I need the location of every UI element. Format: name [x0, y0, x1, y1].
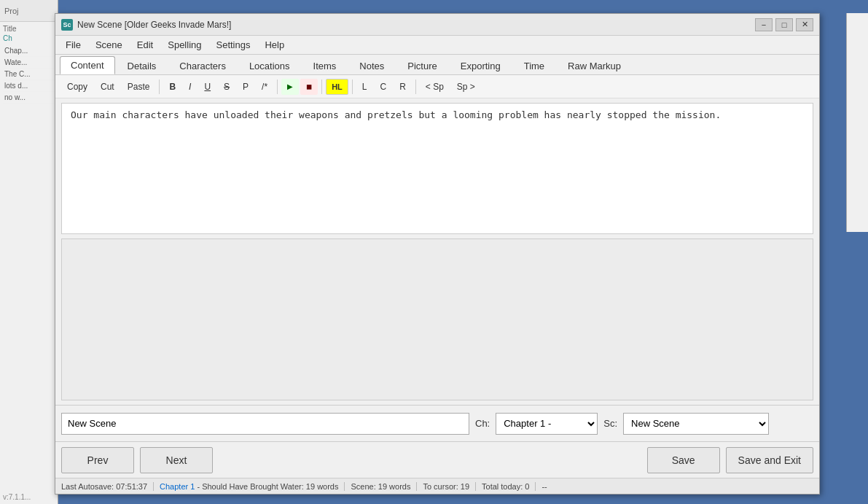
italic-button[interactable]: I: [183, 79, 197, 95]
menu-scene[interactable]: Scene: [88, 37, 130, 53]
right-partial-window: [846, 13, 868, 232]
minimize-button[interactable]: −: [755, 18, 773, 31]
toolbar-sep-3: [321, 80, 322, 94]
window-title: New Scene [Older Geeks Invade Mars!]: [77, 20, 755, 30]
preformat-button[interactable]: P: [237, 79, 254, 95]
tab-locations[interactable]: Locations: [238, 57, 301, 74]
left-nav-buttons: Prev Next: [61, 447, 213, 473]
scene-words-status: Scene: 19 words: [345, 482, 417, 491]
toolbar-sep-1: [159, 80, 160, 94]
app-icon: Sc: [61, 19, 73, 31]
bg-window-content: Title Ch Chap... Wate... The C... lots d…: [0, 22, 58, 106]
save-button[interactable]: Save: [647, 447, 720, 473]
underline-button[interactable]: U: [198, 79, 216, 95]
bg-item-2: Wate...: [3, 57, 55, 69]
prev-button[interactable]: Prev: [61, 447, 134, 473]
restore-button[interactable]: □: [775, 18, 793, 31]
status-bar: Last Autosave: 07:51:37 Chapter 1 - Shou…: [55, 478, 819, 494]
today-status: Total today: 0: [476, 482, 536, 491]
toolbar-sep-2: [277, 80, 278, 94]
tab-notes[interactable]: Notes: [348, 57, 395, 74]
bg-item-4: lots d...: [3, 80, 55, 92]
toolbar-sep-5: [415, 80, 416, 94]
ch-label: Ch:: [475, 418, 490, 429]
save-exit-button[interactable]: Save and Exit: [726, 447, 813, 473]
text-editor[interactable]: [61, 103, 813, 234]
version-label: v:7.1.1...: [3, 493, 31, 501]
close-button[interactable]: ✕: [796, 18, 813, 31]
tab-items[interactable]: Items: [302, 57, 348, 74]
bg-title-label: Title: [3, 25, 55, 33]
title-bar: Sc New Scene [Older Geeks Invade Mars!] …: [55, 14, 819, 36]
tab-exporting[interactable]: Exporting: [450, 57, 512, 74]
strikethrough-button[interactable]: S: [218, 79, 235, 95]
tab-content[interactable]: Content: [60, 56, 115, 74]
comment-button[interactable]: /*: [256, 79, 273, 95]
menu-edit[interactable]: Edit: [130, 37, 160, 53]
tab-time[interactable]: Time: [513, 57, 555, 74]
scene-name-input[interactable]: [61, 413, 469, 435]
menu-settings[interactable]: Settings: [209, 37, 258, 53]
toolbar: Copy Cut Paste B I U S P /* ▶ ◼ HL L C R…: [55, 75, 819, 98]
scene-select[interactable]: New Scene: [623, 413, 769, 435]
tab-details[interactable]: Details: [117, 57, 168, 74]
align-center-button[interactable]: C: [374, 79, 392, 95]
mark-button[interactable]: ◼: [300, 79, 318, 95]
align-left-button[interactable]: L: [356, 79, 373, 95]
play-button[interactable]: ▶: [281, 79, 299, 95]
word-count-val: 19 words: [306, 482, 339, 491]
chapter-status: Chapter 1 - Should Have Brought Water: 1…: [154, 482, 345, 491]
scene-nav-bar: Ch: Chapter 1 - Sc: New Scene: [55, 405, 819, 441]
right-nav-buttons: Save Save and Exit: [647, 447, 813, 473]
menu-help[interactable]: Help: [257, 37, 292, 53]
background-panel: Proj Title Ch Chap... Wate... The C... l…: [0, 0, 58, 504]
sp-more-button[interactable]: Sp >: [451, 79, 481, 95]
tab-bar: Content Details Characters Locations Ite…: [55, 55, 819, 75]
lower-panel: [61, 239, 813, 400]
bg-item-1: Chap...: [3, 45, 55, 57]
main-window: Sc New Scene [Older Geeks Invade Mars!] …: [55, 13, 820, 495]
tab-characters[interactable]: Characters: [168, 57, 237, 74]
bg-proj-label: Proj: [4, 7, 19, 15]
chapter-link[interactable]: Chapter 1: [160, 482, 195, 491]
nav-btn-bar: Prev Next Save Save and Exit: [55, 441, 819, 478]
cut-button[interactable]: Cut: [95, 79, 120, 95]
next-button[interactable]: Next: [140, 447, 213, 473]
sc-label: Sc:: [603, 418, 617, 429]
sp-less-button[interactable]: < Sp: [420, 79, 450, 95]
tab-raw-markup[interactable]: Raw Markup: [557, 57, 632, 74]
copy-button[interactable]: Copy: [61, 79, 93, 95]
autosave-status: Last Autosave: 07:51:37: [61, 482, 154, 491]
extra-status: --: [536, 482, 552, 491]
bg-item-3: The C...: [3, 69, 55, 80]
paste-button[interactable]: Paste: [122, 79, 156, 95]
highlight-button[interactable]: HL: [326, 79, 348, 95]
content-area: [55, 98, 819, 405]
menu-spelling[interactable]: Spelling: [160, 37, 208, 53]
bold-button[interactable]: B: [163, 79, 181, 95]
cursor-status: To cursor: 19: [417, 482, 476, 491]
chapter-name-text: Should Have Brought Water:: [202, 482, 304, 491]
toolbar-sep-4: [352, 80, 353, 94]
menu-file[interactable]: File: [58, 37, 88, 53]
window-controls: − □ ✕: [755, 18, 813, 31]
bg-window-header: Proj: [0, 0, 58, 22]
align-right-button[interactable]: R: [394, 79, 412, 95]
bg-ch-label: Ch: [3, 34, 55, 42]
tab-picture[interactable]: Picture: [396, 57, 447, 74]
chapter-select[interactable]: Chapter 1 -: [496, 413, 598, 435]
menu-bar: File Scene Edit Spelling Settings Help: [55, 36, 819, 55]
bg-item-5: no w...: [3, 92, 55, 104]
